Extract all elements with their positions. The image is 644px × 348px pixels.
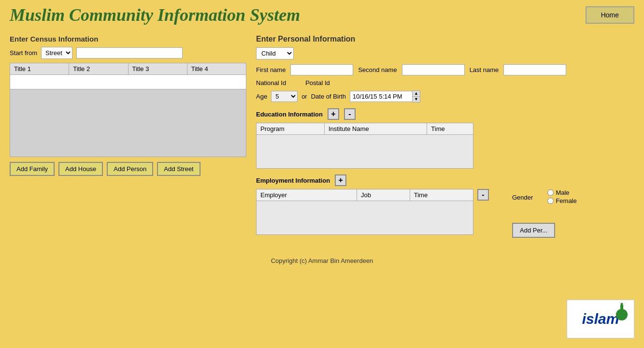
gender-options: Male Female — [547, 189, 576, 205]
type-dropdown-wrapper: Child Adult — [256, 47, 634, 59]
education-add-button[interactable]: + — [328, 108, 339, 120]
education-table: Program Institute Name Time — [256, 123, 473, 135]
age-select[interactable]: 1234 567 8910 — [271, 91, 298, 102]
dome-icon — [615, 303, 629, 322]
employment-header-row: Employer Job Time — [257, 189, 473, 201]
dob-wrapper: ▲ ▼ — [350, 90, 420, 102]
edu-col-time: Time — [427, 123, 473, 135]
education-table-body — [256, 135, 473, 169]
gender-row: Gender Male Female — [512, 189, 577, 205]
col-title3: Title 3 — [128, 63, 187, 75]
start-from-row: Start from Street — [10, 47, 246, 59]
first-name-input[interactable] — [290, 64, 353, 75]
census-table-header: Title 1 Title 2 Title 3 Title 4 — [10, 63, 246, 75]
emp-col-time: Time — [410, 189, 473, 201]
col-title2: Title 2 — [69, 63, 128, 75]
census-table: Title 1 Title 2 Title 3 Title 4 — [10, 63, 246, 75]
education-table-header-row: Program Institute Name Time — [257, 123, 473, 135]
gender-section: Gender Male Female Add Per. — [512, 189, 577, 238]
dob-down-button[interactable]: ▼ — [413, 97, 420, 102]
census-panel: Enter Census Information Start from Stre… — [10, 35, 246, 238]
islam-logo-text: islam — [582, 311, 619, 327]
second-name-input[interactable] — [402, 64, 465, 75]
emp-col-employer: Employer — [257, 189, 357, 201]
edu-col-institute: Institute Name — [324, 123, 427, 135]
employment-table: Employer Job Time — [256, 189, 473, 201]
second-name-label: Second name — [358, 66, 397, 73]
start-from-label: Start from — [10, 49, 37, 57]
or-text: or — [301, 93, 307, 100]
female-radio[interactable] — [547, 198, 554, 204]
dob-up-button[interactable]: ▲ — [413, 91, 420, 97]
employment-remove-button[interactable]: - — [477, 189, 489, 201]
age-dob-row: Age 1234 567 8910 or Date of Birth ▲ ▼ — [256, 90, 634, 102]
add-street-button[interactable]: Add Street — [157, 162, 200, 176]
dob-label: Date of Birth — [311, 93, 346, 100]
education-title: Education Information — [256, 111, 323, 118]
male-radio[interactable] — [547, 189, 554, 196]
home-button[interactable]: Home — [586, 6, 634, 24]
last-name-label: Last name — [470, 66, 499, 73]
census-header-row: Title 1 Title 2 Title 3 Title 4 — [10, 63, 246, 75]
add-house-button[interactable]: Add House — [58, 162, 103, 176]
employment-title: Employment Information — [256, 177, 330, 184]
male-radio-row: Male — [547, 189, 576, 196]
last-name-input[interactable] — [503, 64, 566, 75]
education-remove-button[interactable]: - — [344, 108, 356, 120]
add-person-button[interactable]: Add Person — [107, 162, 153, 176]
street-dropdown[interactable]: Street — [41, 47, 72, 59]
dob-input[interactable] — [350, 91, 413, 102]
svg-marker-4 — [620, 303, 623, 304]
census-buttons: Add Family Add House Add Person Add Stre… — [10, 162, 246, 176]
employment-table-wrapper: Employer Job Time — [256, 189, 473, 235]
first-name-label: First name — [256, 66, 286, 73]
gender-label: Gender — [512, 194, 533, 201]
add-per-button[interactable]: Add Per... — [512, 223, 555, 238]
national-id-label: National Id — [256, 79, 286, 87]
employment-header: Employment Information + — [256, 174, 634, 186]
person-type-dropdown[interactable]: Child Adult — [256, 47, 294, 59]
education-section: Education Information + - Program Instit… — [256, 108, 634, 169]
census-search-input[interactable] — [76, 47, 183, 58]
male-label: Male — [556, 189, 569, 196]
copyright-text: Copyright (c) Ammar Bin Ameerdeen — [271, 257, 373, 264]
islam-logo: islam — [567, 300, 634, 338]
female-radio-row: Female — [547, 197, 576, 204]
age-label: Age — [256, 93, 267, 100]
employment-table-body — [256, 201, 473, 235]
emp-col-job: Job — [357, 189, 410, 201]
census-white-row — [10, 75, 246, 89]
personal-panel: Enter Personal Information Child Adult F… — [256, 35, 634, 238]
employment-add-button[interactable]: + — [335, 174, 346, 186]
col-title1: Title 1 — [10, 63, 69, 75]
id-row: National Id Postal Id — [256, 79, 634, 87]
col-title4: Title 4 — [187, 63, 246, 75]
dob-spinner: ▲ ▼ — [412, 90, 420, 102]
postal-id-label: Postal Id — [305, 79, 330, 87]
employment-row-wrapper: Employer Job Time - Gender — [256, 189, 634, 238]
name-row: First name Second name Last name — [256, 64, 634, 75]
main-content: Enter Census Information Start from Stre… — [0, 30, 644, 243]
header: Muslim Community Information System Home — [0, 0, 644, 30]
app-title: Muslim Community Information System — [10, 5, 300, 25]
edu-col-program: Program — [257, 123, 325, 135]
add-family-button[interactable]: Add Family — [10, 162, 55, 176]
employment-section: Employment Information + Employer Job Ti… — [256, 174, 634, 238]
census-table-body — [10, 89, 246, 157]
education-header: Education Information + - — [256, 108, 634, 120]
footer: Copyright (c) Ammar Bin Ameerdeen — [0, 252, 644, 269]
female-label: Female — [556, 197, 576, 204]
census-title: Enter Census Information — [10, 35, 246, 43]
personal-title: Enter Personal Information — [256, 35, 634, 44]
